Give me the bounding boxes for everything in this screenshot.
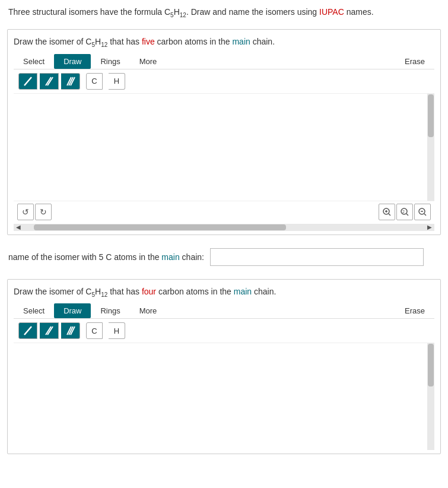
hydrogen-atom-btn-2[interactable]: H <box>109 322 125 339</box>
zoom-reset-btn-1[interactable]: 2 <box>396 204 413 220</box>
draw-tab-1[interactable]: Draw <box>54 54 91 69</box>
svg-line-9 <box>389 214 390 216</box>
section1-zoom-controls: 2 <box>379 204 431 220</box>
name-input-1[interactable] <box>210 248 424 266</box>
erase-tab-1[interactable]: Erase <box>395 54 434 69</box>
section2-scrollbar-v-thumb <box>428 344 434 386</box>
section2-title: Draw the isomer of C5H12 that has four c… <box>14 286 434 299</box>
section2-draw-container <box>14 343 434 450</box>
scroll-left-1[interactable]: ◀ <box>14 224 23 230</box>
section1-title: Draw the isomer of C5H12 that has five c… <box>14 36 434 49</box>
erase-tab-2[interactable]: Erase <box>395 303 434 318</box>
svg-line-0 <box>24 77 31 85</box>
scroll-right-1[interactable]: ▶ <box>425 224 434 230</box>
section1-undo-redo: ↺ ↻ <box>17 204 52 220</box>
section1-toolbar: Select Draw Rings More Erase <box>14 54 434 69</box>
single-bond-btn-2[interactable] <box>18 322 37 339</box>
section1-bond-tools: C H <box>14 69 434 94</box>
zoom-in-btn-1[interactable] <box>379 204 395 220</box>
svg-line-16 <box>24 327 31 335</box>
more-tab-2[interactable]: More <box>130 303 167 318</box>
section1-scrollbar-v[interactable] <box>427 94 434 201</box>
section2-toolbar: Select Draw Rings More Erase <box>14 303 434 319</box>
undo-btn-1[interactable]: ↺ <box>17 204 34 220</box>
page-header: Three structural isomers have the formul… <box>0 0 448 24</box>
double-bond-btn-2[interactable] <box>40 322 59 339</box>
header-text: Three structural isomers have the formul… <box>8 7 374 17</box>
section2-bond-tools: C H <box>14 319 434 343</box>
triple-bond-btn-2[interactable] <box>61 322 80 339</box>
triple-bond-btn-1[interactable] <box>61 73 80 90</box>
section1-bottom-controls: ↺ ↻ 2 <box>14 201 434 223</box>
double-bond-btn-1[interactable] <box>40 73 59 90</box>
redo-btn-1[interactable]: ↻ <box>35 204 52 220</box>
svg-line-15 <box>424 214 426 216</box>
single-bond-btn-1[interactable] <box>18 73 37 90</box>
select-tab-2[interactable]: Select <box>14 303 54 318</box>
section2-wrapper: Draw the isomer of C5H12 that has four c… <box>7 279 441 455</box>
rings-tab-2[interactable]: Rings <box>91 303 129 318</box>
section1-wrapper: Draw the isomer of C5H12 that has five c… <box>7 29 441 235</box>
svg-text:2: 2 <box>402 210 405 214</box>
svg-line-12 <box>406 214 408 216</box>
section1-scrollbar-v-thumb <box>428 94 434 137</box>
draw-tab-2[interactable]: Draw <box>54 303 91 318</box>
name-row: name of the isomer with 5 C atoms in the… <box>0 240 448 274</box>
section2-draw-area[interactable] <box>14 343 434 450</box>
carbon-atom-btn-1[interactable]: C <box>86 73 103 90</box>
select-tab-1[interactable]: Select <box>14 54 54 69</box>
hydrogen-atom-btn-1[interactable]: H <box>109 73 125 90</box>
carbon-atom-btn-2[interactable]: C <box>86 322 103 339</box>
section1-draw-area[interactable] <box>14 94 434 201</box>
section2-scrollbar-v[interactable] <box>427 343 434 450</box>
name-label: name of the isomer with 5 C atoms in the… <box>8 252 204 262</box>
section1-draw-container <box>14 94 434 201</box>
more-tab-1[interactable]: More <box>130 54 167 69</box>
zoom-out-btn-1[interactable] <box>414 204 431 220</box>
section1-scrollbar-h-thumb <box>34 224 286 230</box>
section1-scrollbar-h[interactable]: ◀ ▶ <box>14 224 434 231</box>
rings-tab-1[interactable]: Rings <box>91 54 129 69</box>
